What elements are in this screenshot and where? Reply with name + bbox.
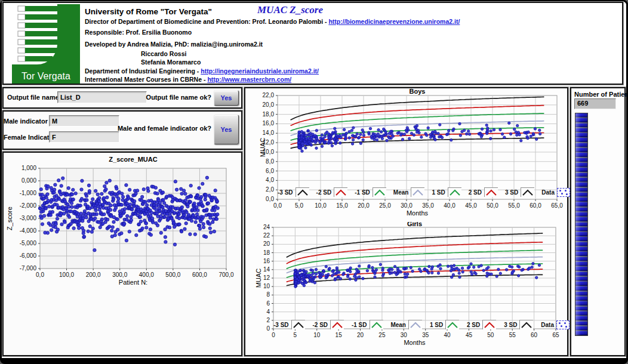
legend-caret — [411, 323, 420, 328]
data-point — [531, 266, 533, 269]
data-point — [78, 223, 81, 226]
legend-item-2-SD[interactable]: 2 SD — [469, 187, 498, 197]
legend-item-Data[interactable]: Data — [541, 320, 569, 329]
engineering-link[interactable]: http://ingegneriaindustriale.uniroma2.it… — [201, 67, 319, 75]
data-point — [116, 218, 119, 221]
data-point — [61, 177, 64, 180]
data-point — [535, 276, 538, 279]
data-point — [72, 188, 75, 191]
data-point — [499, 128, 501, 131]
y-tick-label: -3,000 — [20, 215, 37, 221]
output-file-yes-button[interactable]: Yes — [214, 90, 239, 106]
legend-caret-icon — [374, 189, 386, 197]
legend-item--3-SD[interactable]: -3 SD — [278, 187, 309, 197]
legend-item-Mean[interactable]: Mean — [393, 187, 425, 197]
data-point — [159, 232, 162, 235]
biomedicine-link[interactable]: http://biomedicinaeprevenzione.uniroma2.… — [328, 18, 460, 25]
data-point — [510, 266, 513, 268]
data-point — [96, 193, 99, 196]
data-point — [497, 268, 500, 270]
x-tick-label: 15,0 — [336, 202, 348, 209]
y-tick-label: 8,0 — [266, 158, 274, 165]
legend-caret-icon — [449, 189, 461, 197]
data-point — [339, 142, 341, 144]
cbrne-link[interactable]: http://www.mastercbrn.com/ — [207, 76, 291, 83]
data-point — [447, 265, 449, 267]
data-point — [102, 196, 105, 199]
data-point — [434, 130, 436, 132]
data-point — [357, 270, 359, 272]
y-tick-label: 1,000 — [21, 165, 36, 171]
data-point — [341, 134, 344, 136]
data-point — [109, 204, 112, 207]
data-point — [135, 233, 138, 236]
data-point — [130, 218, 133, 221]
data-point — [330, 141, 333, 144]
data-point — [492, 128, 495, 131]
legend-item--3-SD[interactable]: -3 SD — [273, 320, 305, 329]
data-point — [41, 223, 44, 226]
data-point — [60, 184, 63, 187]
data-point — [106, 218, 109, 221]
data-point — [122, 211, 125, 214]
legend-item--1-SD[interactable]: -1 SD — [352, 320, 383, 329]
chart-title: Boys — [410, 88, 426, 95]
data-point — [100, 218, 103, 221]
data-point — [194, 221, 197, 224]
data-point — [354, 135, 356, 138]
data-point — [125, 184, 128, 187]
data-point — [374, 276, 376, 278]
data-point — [57, 179, 60, 182]
y-tick-label: 14 — [263, 266, 270, 273]
data-point — [93, 249, 96, 252]
mf-yes-button[interactable]: Yes — [214, 115, 239, 144]
y-tick-label: 6,0 — [266, 168, 274, 174]
legend-item-3-SD[interactable]: 3 SD — [504, 320, 533, 329]
y-tick-label: 24 — [263, 224, 270, 230]
rossi-text: Riccardo Rossi — [141, 50, 186, 57]
legend-item-Mean[interactable]: Mean — [390, 320, 422, 329]
female-indicator-input[interactable] — [49, 131, 119, 143]
legend-caret — [523, 190, 532, 195]
data-point — [434, 138, 436, 141]
x-tick-label: 5 — [294, 332, 297, 338]
legend-label: 3 SD — [505, 189, 518, 196]
data-point — [108, 225, 111, 228]
legend-item-1-SD[interactable]: 1 SD — [432, 187, 461, 197]
data-point — [294, 285, 297, 288]
legend-caret — [487, 190, 496, 195]
chart-title: Girls — [407, 222, 422, 227]
data-point — [418, 268, 421, 270]
data-point — [70, 202, 73, 205]
data-point — [69, 210, 72, 213]
legend-item--1-SD[interactable]: -1 SD — [355, 187, 386, 197]
legend-item-3-SD[interactable]: 3 SD — [505, 187, 534, 197]
y-tick-label: -1,000 — [20, 190, 37, 196]
y-tick-label: 2,0 — [266, 186, 274, 193]
x-tick-label: 50,0 — [487, 202, 498, 209]
data-point — [128, 188, 131, 191]
data-point — [113, 234, 116, 237]
legend-item-1-SD[interactable]: 1 SD — [430, 320, 459, 329]
data-point — [431, 272, 433, 274]
legend-item--2-SD[interactable]: -2 SD — [316, 187, 348, 197]
legend-item-2-SD[interactable]: 2 SD — [467, 320, 496, 329]
data-point — [301, 150, 303, 152]
data-point — [189, 233, 192, 236]
data-point — [156, 224, 159, 227]
output-file-input[interactable] — [57, 91, 147, 103]
data-point — [355, 279, 357, 281]
data-point — [150, 211, 153, 214]
data-point — [511, 271, 513, 273]
legend-item-Data[interactable]: Data — [541, 188, 570, 197]
data-point — [131, 208, 134, 211]
legend-caret — [448, 323, 457, 328]
legend-item--2-SD[interactable]: -2 SD — [312, 320, 344, 329]
data-point — [518, 274, 520, 277]
legend-label: Mean — [390, 322, 406, 328]
male-indicator-input[interactable] — [49, 115, 119, 127]
y-tick-label: 18 — [263, 249, 270, 256]
data-point — [195, 206, 198, 209]
y-tick-label: 10 — [263, 283, 270, 289]
output-file-panel: Output file name Output file name ok? Ye… — [2, 87, 242, 109]
